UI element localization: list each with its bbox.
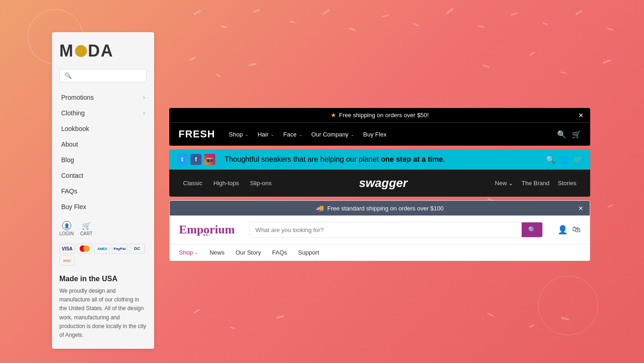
user-icon[interactable]: 👤 (558, 225, 568, 235)
sidebar-item-clothing[interactable]: Clothing › (59, 105, 147, 121)
made-usa-text: We proudly design and manufacture all of… (59, 287, 147, 340)
sidebar-item-about[interactable]: About (59, 136, 147, 152)
emporium-nav-ourstory[interactable]: Our Story (236, 249, 261, 256)
sidebar-item-buyflex[interactable]: Buy Flex (59, 199, 147, 215)
fresh-nav-face[interactable]: Face ⌄ (283, 131, 302, 138)
chevron-down-icon: ⌄ (245, 132, 248, 137)
svg-rect-11 (542, 22, 548, 25)
emporium-nav-icons: 👤 🛍 (558, 225, 581, 235)
moda-logo: M DA (59, 41, 147, 61)
instagram-icon[interactable]: 📷 (204, 154, 215, 165)
swagger-social-icons: t f 📷 (177, 154, 215, 165)
amex-icon: AMEX (94, 244, 110, 254)
svg-rect-3 (289, 21, 295, 23)
globe-icon[interactable]: 🌐 (560, 155, 569, 164)
svg-rect-2 (253, 9, 260, 13)
logo-da: DA (88, 41, 114, 61)
fresh-nav-hair[interactable]: Hair ⌄ (258, 131, 274, 138)
cart-button[interactable]: 🛒 CART (80, 221, 92, 236)
fresh-nav-shop[interactable]: Shop ⌄ (229, 131, 248, 138)
sidebar-item-promotions[interactable]: Promotions › (59, 90, 147, 105)
swagger-nav-thebrand[interactable]: The Brand (522, 180, 550, 187)
svg-rect-18 (529, 51, 535, 56)
emporium-close-button[interactable]: ✕ (578, 205, 583, 212)
login-cart-row: 👤 LOGIN 🛒 CART (59, 221, 147, 236)
swagger-logo: swagger (359, 176, 408, 190)
mastercard-icon (77, 244, 92, 254)
swagger-nav-slipons[interactable]: Slip-ons (250, 180, 272, 187)
emporium-top-nav: Emporium 🔍 👤 🛍 (170, 216, 590, 244)
made-usa-title: Made in the USA (59, 275, 147, 283)
discover-icon: DISC (59, 255, 75, 266)
swagger-nav-stories[interactable]: Stories (558, 180, 576, 187)
swagger-nav-left: Classic High-tops Slip-ons (183, 180, 272, 187)
search-box[interactable]: 🔍 (59, 69, 147, 82)
emporium-search[interactable]: 🔍 (249, 222, 543, 238)
sidebar-item-blog[interactable]: Blog (59, 152, 147, 168)
svg-rect-20 (603, 59, 611, 64)
bg-circle-2 (538, 276, 598, 335)
fresh-navbar-wrapper: ★ Free shipping on orders over $50! ✕ FR… (169, 108, 590, 146)
svg-rect-4 (322, 9, 330, 16)
search-icon[interactable]: 🔍 (546, 155, 555, 164)
swagger-nav-right: New ⌄ The Brand Stories (495, 180, 576, 187)
cart-icon[interactable]: 🛒 (574, 155, 583, 164)
bag-icon[interactable]: 🛍 (572, 225, 581, 235)
swagger-nav-new[interactable]: New ⌄ (495, 180, 513, 187)
visa-icon: VISA (59, 244, 75, 254)
search-icon: 🔍 (64, 72, 72, 79)
swagger-navbar-wrapper: t f 📷 Thoughtful sneakers that are helpi… (169, 149, 590, 197)
search-icon[interactable]: 🔍 (557, 130, 566, 139)
svg-rect-9 (478, 25, 484, 28)
svg-rect-13 (607, 28, 613, 31)
chevron-down-icon: ⌄ (508, 180, 513, 187)
svg-rect-19 (561, 71, 566, 74)
logo-dot (75, 45, 87, 57)
swagger-nav-hightops[interactable]: High-tops (213, 180, 239, 187)
payment-icons: VISA AMEX PayPal DC DISC (59, 244, 147, 266)
emporium-nav-news[interactable]: News (209, 249, 224, 256)
cart-icon: 🛒 (82, 221, 91, 230)
login-button[interactable]: 👤 LOGIN (59, 221, 74, 236)
sidebar-item-faqs[interactable]: FAQs (59, 183, 147, 199)
chevron-down-icon: ⌄ (195, 250, 198, 255)
fresh-nav-buyflex[interactable]: Buy Flex (363, 131, 387, 138)
emporium-search-input[interactable] (250, 223, 522, 237)
svg-rect-16 (248, 63, 257, 66)
made-usa-section: Made in the USA We proudly design and ma… (59, 275, 147, 340)
svg-rect-8 (446, 7, 454, 14)
sidebar-item-lookbook[interactable]: Lookbook (59, 121, 147, 136)
svg-rect-14 (189, 57, 196, 61)
svg-rect-28 (487, 312, 494, 317)
navbars-container: ★ Free shipping on orders over $50! ✕ FR… (169, 108, 590, 261)
sidebar-item-contact[interactable]: Contact (59, 168, 147, 183)
svg-rect-30 (561, 317, 569, 320)
facebook-icon[interactable]: f (190, 154, 201, 165)
emporium-search-button[interactable]: 🔍 (522, 222, 542, 237)
cart-icon[interactable]: 🛒 (572, 130, 581, 139)
swagger-promo-icons: 🔍 🌐 🛒 (546, 155, 583, 164)
fresh-promo-bar: ★ Free shipping on orders over $50! ✕ (169, 108, 590, 122)
star-icon: ★ (331, 112, 336, 119)
svg-rect-27 (276, 315, 284, 319)
shipping-icon: 🚚 (316, 204, 324, 212)
swagger-nav-classic[interactable]: Classic (183, 180, 202, 187)
emporium-nav-faqs[interactable]: FAQs (272, 249, 288, 256)
swagger-promo-text: Thoughtful sneakers that are helping our… (224, 155, 445, 164)
fresh-promo-text: Free shipping on orders over $50! (339, 112, 429, 119)
svg-rect-25 (193, 309, 200, 314)
svg-rect-24 (607, 204, 614, 208)
fresh-nav-ourcompany[interactable]: Our Company ⌄ (311, 131, 354, 138)
emporium-promo-text: Free standard shipping on orders over $1… (328, 205, 444, 212)
emporium-nav-support[interactable]: Support (298, 249, 319, 256)
emporium-nav-shop[interactable]: Shop ⌄ (179, 249, 198, 256)
fresh-logo: FRESH (178, 128, 215, 140)
swagger-nav: Classic High-tops Slip-ons swagger New ⌄… (169, 170, 590, 197)
fresh-close-button[interactable]: ✕ (578, 112, 584, 119)
search-input[interactable] (75, 72, 142, 79)
paypal-icon: PayPal (112, 244, 127, 254)
fresh-nav: FRESH Shop ⌄ Hair ⌄ Face ⌄ Our Company ⌄ (169, 122, 590, 146)
fresh-nav-links: Shop ⌄ Hair ⌄ Face ⌄ Our Company ⌄ Buy F… (229, 131, 557, 138)
emporium-navbar-wrapper: 🚚 Free standard shipping on orders over … (169, 200, 590, 261)
twitter-icon[interactable]: t (177, 154, 188, 165)
